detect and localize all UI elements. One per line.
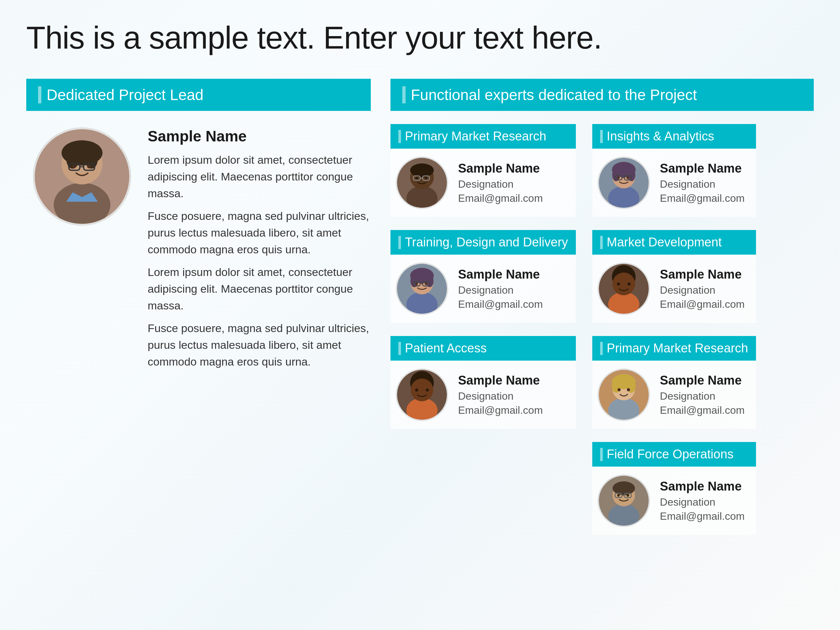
- svg-point-18: [415, 177, 418, 180]
- expert-name: Sample Name: [660, 161, 751, 175]
- svg-point-48: [627, 177, 629, 179]
- expert-avatar: [396, 368, 448, 421]
- expert-card: Sample Name Designation Email@gmail.com: [592, 148, 756, 217]
- svg-point-36: [415, 388, 418, 392]
- expert-info: Sample Name Designation Email@gmail.com: [458, 373, 571, 416]
- expert-category: Field Force Operations: [592, 442, 756, 467]
- expert-name: Sample Name: [660, 373, 751, 387]
- svg-point-19: [425, 177, 428, 180]
- category-label: Patient Access: [405, 341, 486, 355]
- category-bar: [600, 448, 603, 461]
- expert-email: Email@gmail.com: [660, 404, 751, 416]
- svg-point-25: [426, 275, 433, 287]
- expert-designation: Designation: [458, 284, 571, 296]
- expert-section: Patient Access Sample Name Designation E…: [390, 336, 576, 429]
- svg-point-42: [612, 169, 620, 181]
- expert-card: Sample Name Designation Email@gmail.com: [592, 255, 756, 323]
- svg-point-63: [627, 388, 630, 392]
- svg-point-30: [425, 283, 428, 285]
- svg-point-10: [87, 165, 91, 169]
- expert-category: Patient Access: [390, 336, 576, 361]
- right-header-bar: [402, 86, 406, 103]
- lead-content: Sample Name Lorem ipsum dolor sit amet, …: [26, 127, 371, 370]
- svg-point-24: [411, 275, 418, 287]
- header-bar: [38, 86, 41, 103]
- svg-point-71: [617, 494, 620, 497]
- category-bar: [398, 130, 401, 143]
- expert-card: Sample Name Designation Email@gmail.com: [592, 467, 756, 535]
- expert-email: Email@gmail.com: [660, 192, 751, 204]
- experts-right-column: Insights & Analytics Sample Name Designa…: [592, 124, 756, 535]
- lead-text: Sample Name Lorem ipsum dolor sit amet, …: [148, 127, 371, 370]
- expert-section: Insights & Analytics Sample Name Designa…: [592, 124, 756, 217]
- lead-avatar: [33, 127, 131, 226]
- category-bar: [398, 342, 401, 355]
- svg-point-5: [85, 150, 98, 169]
- expert-avatar: [396, 262, 448, 315]
- svg-point-72: [627, 494, 629, 497]
- category-label: Primary Market Research: [405, 129, 546, 144]
- left-panel: Dedicated Project Lead: [26, 79, 371, 535]
- expert-email: Email@gmail.com: [660, 510, 751, 523]
- svg-point-37: [426, 388, 429, 392]
- category-label: Primary Market Research: [607, 341, 748, 355]
- left-section-header: Dedicated Project Lead: [26, 79, 371, 111]
- expert-name: Sample Name: [660, 479, 751, 494]
- expert-email: Email@gmail.com: [458, 192, 571, 204]
- category-bar: [600, 342, 603, 355]
- svg-point-29: [415, 283, 418, 285]
- expert-name: Sample Name: [458, 373, 571, 387]
- expert-designation: Designation: [458, 390, 571, 402]
- svg-point-35: [411, 379, 433, 401]
- svg-point-54: [617, 283, 620, 286]
- category-label: Field Force Operations: [607, 447, 734, 461]
- expert-info: Sample Name Designation Email@gmail.com: [660, 267, 751, 310]
- expert-avatar: [396, 156, 448, 209]
- expert-name: Sample Name: [458, 267, 571, 281]
- right-header-label: Functional experts dedicated to the Proj…: [411, 86, 697, 104]
- expert-avatar: [597, 262, 650, 315]
- expert-designation: Designation: [660, 178, 751, 190]
- expert-avatar: [597, 368, 650, 421]
- expert-info: Sample Name Designation Email@gmail.com: [660, 373, 751, 416]
- svg-point-43: [628, 169, 635, 181]
- category-label: Market Development: [607, 235, 722, 249]
- expert-card: Sample Name Designation Email@gmail.com: [390, 361, 576, 429]
- expert-info: Sample Name Designation Email@gmail.com: [660, 479, 751, 523]
- lead-description: Lorem ipsum dolor sit amet, consectetuer…: [148, 152, 371, 370]
- experts-left-column: Primary Market Research Sample Name Desi…: [390, 124, 576, 535]
- expert-card: Sample Name Designation Email@gmail.com: [592, 361, 756, 429]
- expert-card: Sample Name Designation Email@gmail.com: [390, 255, 576, 323]
- expert-category: Insights & Analytics: [592, 124, 756, 148]
- expert-section: Primary Market Research Sample Name Desi…: [592, 336, 756, 429]
- expert-name: Sample Name: [458, 161, 571, 175]
- svg-point-62: [617, 388, 621, 392]
- category-bar: [600, 130, 603, 143]
- expert-email: Email@gmail.com: [660, 298, 751, 310]
- svg-point-47: [617, 177, 620, 179]
- category-label: Insights & Analytics: [607, 129, 714, 144]
- expert-info: Sample Name Designation Email@gmail.com: [458, 267, 571, 310]
- expert-section: Field Force Operations Sample Name Desig…: [592, 442, 756, 535]
- expert-designation: Designation: [458, 178, 571, 190]
- svg-point-53: [613, 273, 635, 295]
- experts-grid: Primary Market Research Sample Name Desi…: [390, 124, 814, 535]
- expert-section: Training, Design and Delivery Sample Nam…: [390, 230, 576, 323]
- expert-avatar: [597, 156, 650, 209]
- svg-point-14: [410, 163, 434, 177]
- expert-email: Email@gmail.com: [458, 404, 571, 416]
- page-title: This is a sample text. Enter your text h…: [26, 20, 814, 56]
- expert-category: Primary Market Research: [592, 336, 756, 361]
- expert-designation: Designation: [660, 284, 751, 296]
- category-bar: [398, 236, 401, 249]
- right-section-header: Functional experts dedicated to the Proj…: [390, 79, 814, 111]
- expert-category: Market Development: [592, 230, 756, 255]
- svg-point-55: [627, 283, 631, 286]
- expert-email: Email@gmail.com: [458, 298, 571, 310]
- expert-category: Primary Market Research: [390, 124, 576, 148]
- lead-name: Sample Name: [148, 127, 371, 145]
- expert-category: Training, Design and Delivery: [390, 230, 576, 255]
- expert-card: Sample Name Designation Email@gmail.com: [390, 148, 576, 217]
- left-header-label: Dedicated Project Lead: [47, 86, 204, 104]
- right-panel: Functional experts dedicated to the Proj…: [390, 79, 814, 535]
